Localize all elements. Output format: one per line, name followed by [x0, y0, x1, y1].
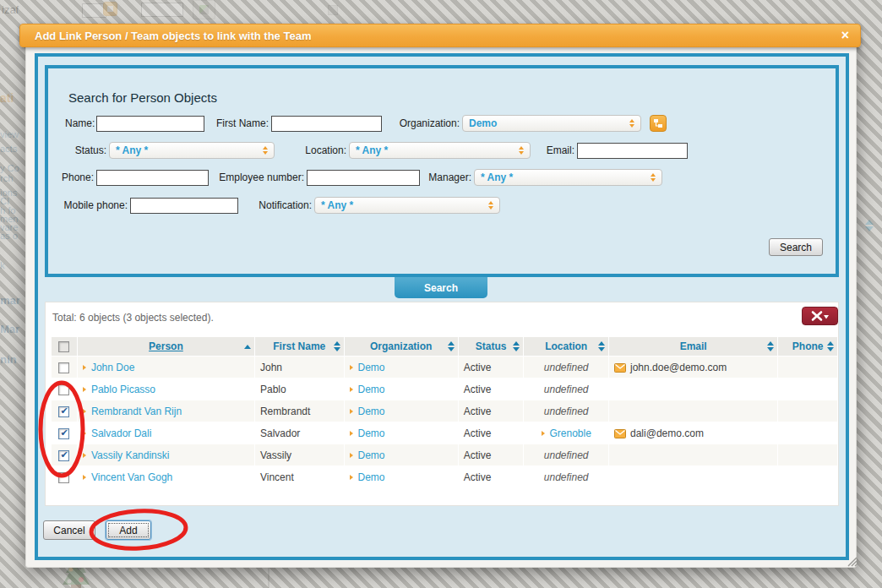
- row-checkbox[interactable]: [58, 362, 69, 373]
- organization-link[interactable]: Demo: [358, 406, 385, 417]
- row-checkbox[interactable]: [58, 406, 69, 417]
- table-row: Pablo PicassoPabloDemoActiveundefined: [52, 378, 837, 400]
- notification-select[interactable]: * Any *: [314, 197, 500, 214]
- phone-cell: [778, 444, 837, 466]
- column-header-phone[interactable]: Phone: [778, 337, 837, 356]
- close-icon[interactable]: ×: [841, 28, 849, 43]
- organization-link[interactable]: Demo: [358, 362, 385, 373]
- add-button[interactable]: Add: [106, 520, 151, 540]
- bullet-arrow-icon: [83, 453, 86, 458]
- bullet-arrow-icon: [542, 431, 545, 436]
- tools-button[interactable]: [802, 307, 838, 325]
- dialog-window: Add Link Person / Team objects to link w…: [25, 29, 857, 568]
- person-link[interactable]: Vassily Kandinski: [91, 449, 169, 461]
- search-button[interactable]: Search: [769, 238, 823, 256]
- mobile-phone-input[interactable]: [130, 198, 238, 214]
- column-header-status[interactable]: Status: [459, 337, 524, 356]
- person-link[interactable]: Salvador Dali: [91, 427, 151, 439]
- column-header-person[interactable]: Person: [78, 337, 254, 356]
- sort-arrows-icon[interactable]: [827, 341, 834, 351]
- updown-arrows-icon: [651, 173, 656, 182]
- status-cell: Active: [459, 422, 524, 444]
- column-header-email[interactable]: Email: [609, 337, 777, 356]
- updown-arrows-icon: [488, 201, 493, 210]
- sort-arrows-icon[interactable]: [598, 341, 605, 351]
- sort-arrows-icon[interactable]: [244, 345, 251, 349]
- dialog-titlebar: Add Link Person / Team objects to link w…: [19, 24, 861, 47]
- table-row: Vincent Van GoghVincentDemoActiveundefin…: [52, 466, 837, 487]
- location-link[interactable]: Grenoble: [550, 427, 591, 439]
- status-label: Status:: [52, 144, 106, 156]
- person-link[interactable]: Pablo Picasso: [91, 384, 155, 395]
- row-checkbox[interactable]: [58, 450, 69, 461]
- organization-link[interactable]: Demo: [358, 449, 385, 461]
- first-name-cell: Pablo: [255, 378, 344, 400]
- organization-link[interactable]: Demo: [358, 384, 385, 395]
- organization-link[interactable]: Demo: [358, 427, 385, 439]
- bullet-arrow-icon: [350, 387, 353, 392]
- row-checkbox[interactable]: [58, 472, 69, 483]
- column-header-first_name[interactable]: First Name: [255, 337, 344, 356]
- search-form-panel: Search for Person Objects Name: First Na…: [45, 65, 839, 277]
- column-header-organization[interactable]: Organization: [345, 337, 458, 356]
- mobile-phone-label: Mobile phone:: [60, 199, 128, 211]
- status-select[interactable]: * Any *: [109, 142, 275, 159]
- table-row: John DoeJohnDemoActiveundefinedjohn.doe@…: [52, 357, 837, 378]
- status-cell: Active: [459, 444, 524, 466]
- organization-select[interactable]: Demo: [462, 115, 641, 132]
- bullet-arrow-icon: [83, 365, 86, 370]
- status-cell: Active: [459, 400, 524, 422]
- results-tbody: John DoeJohnDemoActiveundefinedjohn.doe@…: [52, 357, 837, 487]
- results-panel: Total: 6 objects (3 objects selected). P…: [45, 302, 839, 506]
- results-total: Total: 6 objects (3 objects selected).: [52, 312, 214, 324]
- phone-cell: [778, 357, 837, 378]
- cancel-button[interactable]: Cancel: [43, 520, 95, 540]
- column-label: First Name: [273, 340, 325, 352]
- select-all-checkbox[interactable]: [58, 341, 69, 352]
- employee-number-label: Employee number:: [216, 172, 304, 183]
- row-checkbox[interactable]: [58, 384, 69, 395]
- email-input[interactable]: [577, 143, 688, 159]
- table-row: Rembrandt Van RijnRembrandtDemoActiveund…: [52, 400, 837, 422]
- updown-arrows-icon: [263, 146, 268, 155]
- manager-select[interactable]: * Any *: [474, 169, 662, 186]
- first-name-cell: John: [255, 357, 344, 378]
- sort-arrows-icon[interactable]: [513, 341, 520, 351]
- phone-cell: [778, 400, 837, 422]
- column-label: Status: [476, 340, 507, 352]
- person-link[interactable]: Rembrandt Van Rijn: [91, 406, 182, 417]
- updown-arrows-icon: [629, 119, 634, 128]
- sort-arrows-icon[interactable]: [334, 341, 340, 351]
- results-table: PersonFirst NameOrganizationStatusLocati…: [51, 336, 838, 488]
- bullet-arrow-icon: [83, 409, 86, 414]
- email-cell: dali@demo.com: [630, 427, 704, 439]
- name-input[interactable]: [96, 116, 204, 132]
- organization-browse-button[interactable]: [650, 115, 667, 132]
- column-header-location[interactable]: Location: [524, 337, 608, 356]
- bullet-arrow-icon: [83, 475, 86, 480]
- location-cell: undefined: [544, 449, 589, 461]
- phone-input[interactable]: [96, 170, 209, 186]
- column-label: Phone: [792, 340, 824, 352]
- row-checkbox[interactable]: [58, 428, 69, 439]
- status-cell: Active: [459, 378, 524, 400]
- screen: izaf ativiewactsy CorchionsCIh fomenvare…: [0, 0, 882, 588]
- status-cell: Active: [459, 466, 524, 487]
- person-link[interactable]: John Doe: [91, 362, 134, 373]
- person-link[interactable]: Vincent Van Gogh: [91, 471, 172, 483]
- organization-label: Organization:: [385, 117, 460, 129]
- first-name-input[interactable]: [271, 116, 382, 132]
- name-label: Name:: [65, 117, 94, 129]
- search-tab[interactable]: Search: [395, 277, 487, 298]
- column-header-select[interactable]: [52, 337, 77, 356]
- envelope-icon: [614, 363, 626, 373]
- resize-handle-icon[interactable]: [847, 556, 858, 567]
- sort-arrows-icon[interactable]: [767, 341, 774, 351]
- phone-cell: [778, 466, 837, 487]
- first-name-cell: Vincent: [255, 466, 344, 487]
- table-header-row: PersonFirst NameOrganizationStatusLocati…: [52, 337, 837, 356]
- sort-arrows-icon[interactable]: [448, 341, 455, 351]
- phone-cell: [778, 422, 837, 444]
- location-select[interactable]: * Any *: [349, 142, 531, 159]
- organization-link[interactable]: Demo: [358, 471, 385, 483]
